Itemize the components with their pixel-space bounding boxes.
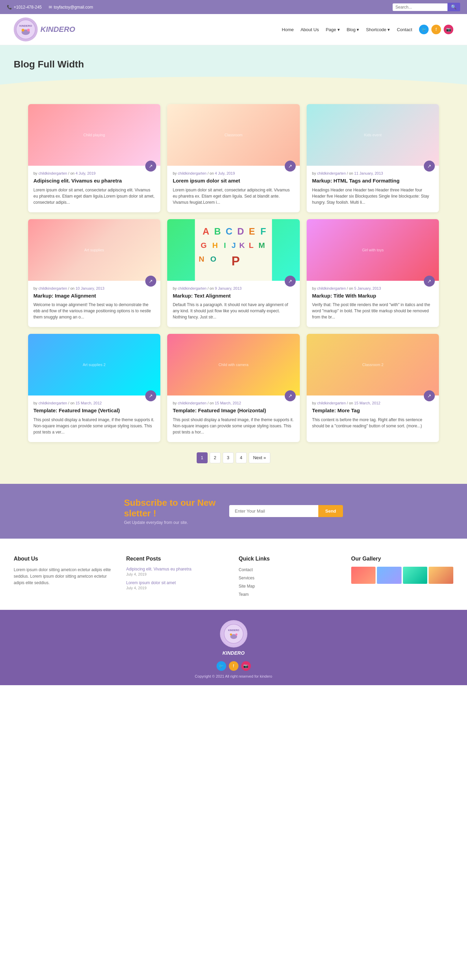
page-btn-2[interactable]: 2 <box>210 452 221 463</box>
nav-social: 🐦 f 📷 <box>419 25 453 34</box>
svg-text:N: N <box>199 255 204 263</box>
blog-card-excerpt: Headings Header one Header two Header th… <box>312 187 434 205</box>
blog-card-body: by childkindergarten / on 4 July, 2019 L… <box>167 166 300 212</box>
blog-card-image: Kids event <box>307 104 439 166</box>
author-link[interactable]: childkindergarten <box>38 401 67 405</box>
author-link[interactable]: childkindergarten <box>38 286 67 290</box>
blog-card-excerpt: This post should display a featured imag… <box>173 417 294 435</box>
page-btn-3[interactable]: 3 <box>223 452 234 463</box>
blog-card: Art supplies 2 ↗ by childkindergarten / … <box>28 334 161 442</box>
date-link[interactable]: 11 January, 2013 <box>354 171 383 175</box>
footer-facebook-button[interactable]: f <box>229 661 239 671</box>
nav-home[interactable]: Home <box>282 27 294 32</box>
newsletter-section: Subscribe to our New sletter ! Get Updat… <box>0 484 467 539</box>
author-link[interactable]: childkindergarten <box>178 171 207 175</box>
facebook-button[interactable]: f <box>431 25 441 34</box>
author-link[interactable]: childkindergarten <box>178 401 207 405</box>
quick-link-sitemap[interactable]: Site Map <box>239 584 255 589</box>
next-page-button[interactable]: Next » <box>249 452 271 463</box>
date-link[interactable]: 5 January, 2013 <box>354 286 381 290</box>
svg-text:A: A <box>202 226 209 237</box>
blog-card-excerpt: This post should display a featured imag… <box>33 417 155 435</box>
nav-blog[interactable]: Blog ▾ <box>347 27 359 32</box>
blog-card-body: by childkindergarten / on 5 January, 201… <box>307 281 439 327</box>
blog-meta: by childkindergarten / on 11 January, 20… <box>312 171 434 175</box>
blog-card-excerpt: This content is before the more tag. Rig… <box>312 417 434 429</box>
recent-post-link[interactable]: Adipiscing elit. Vivamus eu pharetra <box>126 567 228 571</box>
svg-text:O: O <box>210 255 217 263</box>
nav-page[interactable]: Page ▾ <box>326 27 340 32</box>
blog-card-title: Template: More Tag <box>312 407 434 414</box>
page-btn-1[interactable]: 1 <box>197 452 208 463</box>
blog-card-body: by childkindergarten / on 15 March, 2012… <box>28 396 161 442</box>
gallery-thumb[interactable] <box>429 567 453 584</box>
twitter-button[interactable]: 🐦 <box>419 25 429 34</box>
logo[interactable]: KINDERO KINDERO <box>14 18 75 41</box>
newsletter-heading: Subscribe to our New sletter ! <box>124 498 215 519</box>
blog-grid: Child playing ↗ by childkindergarten / o… <box>28 104 439 442</box>
page-btn-4[interactable]: 4 <box>236 452 247 463</box>
share-button[interactable]: ↗ <box>145 276 156 286</box>
author-link[interactable]: childkindergarten <box>38 171 67 175</box>
footer-instagram-button[interactable]: 📷 <box>241 661 251 671</box>
author-link[interactable]: childkindergarten <box>317 401 346 405</box>
svg-text:B: B <box>214 226 221 237</box>
blog-card-excerpt: Default This is a paragraph. It should n… <box>173 302 294 320</box>
search-input[interactable] <box>393 3 448 11</box>
nav-contact[interactable]: Contact <box>397 27 412 32</box>
blog-meta: by childkindergarten / on 15 March, 2012 <box>173 401 294 405</box>
blog-card: Child with camera ↗ by childkindergarten… <box>167 334 300 442</box>
recent-post-link[interactable]: Lorem ipsum dolor sit amet <box>126 581 228 585</box>
newsletter-email-input[interactable] <box>229 505 318 517</box>
recent-post-date: July 4, 2019 <box>126 572 228 576</box>
phone-info: 📞 +1012-478-245 <box>7 5 42 10</box>
share-button[interactable]: ↗ <box>285 276 296 286</box>
author-link[interactable]: childkindergarten <box>178 286 207 290</box>
author-link[interactable]: childkindergarten <box>317 171 346 175</box>
share-button[interactable]: ↗ <box>424 276 435 286</box>
gallery-thumb[interactable] <box>403 567 427 584</box>
quick-link-services[interactable]: Services <box>239 576 255 581</box>
date-link[interactable]: 15 March, 2012 <box>215 401 241 405</box>
date-link[interactable]: 4 July, 2019 <box>75 171 96 175</box>
footer-logo-image: KINDERO <box>220 620 247 648</box>
author-link[interactable]: childkindergarten <box>317 286 346 290</box>
blog-card-body: by childkindergarten / on 15 March, 2012… <box>167 396 300 442</box>
instagram-button[interactable]: 📷 <box>444 25 453 34</box>
date-link[interactable]: 9 January, 2013 <box>215 286 242 290</box>
date-link[interactable]: 15 March, 2012 <box>354 401 380 405</box>
blog-card-image: Child playing <box>28 104 161 166</box>
footer-gallery-title: Our Gallery <box>351 556 453 562</box>
logo-image: KINDERO <box>14 18 38 41</box>
footer-logo: KINDERO KINDERO <box>220 620 247 656</box>
newsletter-text: Subscribe to our New sletter ! Get Updat… <box>124 498 215 525</box>
blog-card-title: Template: Featured Image (Horizontal) <box>173 407 294 414</box>
search-button[interactable]: 🔍 <box>448 3 460 11</box>
main-nav: Home About Us Page ▾ Blog ▾ Shortcode ▾ … <box>282 25 453 34</box>
top-bar: 📞 +1012-478-245 ✉ toyfactoy@gmail.com 🔍 <box>0 0 467 14</box>
blog-card: Classroom 2 ↗ by childkindergarten / on … <box>307 334 439 442</box>
footer-twitter-button[interactable]: 🐦 <box>217 661 226 671</box>
share-button[interactable]: ↗ <box>145 390 156 401</box>
quick-link-team[interactable]: Team <box>239 592 249 597</box>
nav-shortcode[interactable]: Shortcode ▾ <box>366 27 390 32</box>
gallery-thumb[interactable] <box>351 567 376 584</box>
date-link[interactable]: 4 July, 2019 <box>215 171 235 175</box>
date-link[interactable]: 10 January, 2013 <box>75 286 104 290</box>
blog-card-title: Adipiscing elit. Vivamus eu pharetra <box>33 177 155 184</box>
svg-text:E: E <box>249 226 255 237</box>
footer-logo-text: KINDERO <box>222 650 245 656</box>
gallery-thumb[interactable] <box>377 567 402 584</box>
newsletter-send-button[interactable]: Send <box>318 505 343 517</box>
share-button[interactable]: ↗ <box>285 390 296 401</box>
blog-card-body: by childkindergarten / on 4 July, 2019 A… <box>28 166 161 212</box>
quick-link-contact[interactable]: Contact <box>239 567 253 572</box>
share-button[interactable]: ↗ <box>285 161 296 172</box>
footer-copyright: Copyright © 2021 All right reserved for … <box>195 674 273 678</box>
date-link[interactable]: 15 March, 2012 <box>75 401 101 405</box>
top-search[interactable]: 🔍 <box>393 3 460 11</box>
nav-about[interactable]: About Us <box>300 27 319 32</box>
share-button[interactable]: ↗ <box>145 161 156 172</box>
blog-meta: by childkindergarten / on 15 March, 2012 <box>312 401 434 405</box>
svg-text:K: K <box>239 241 245 250</box>
